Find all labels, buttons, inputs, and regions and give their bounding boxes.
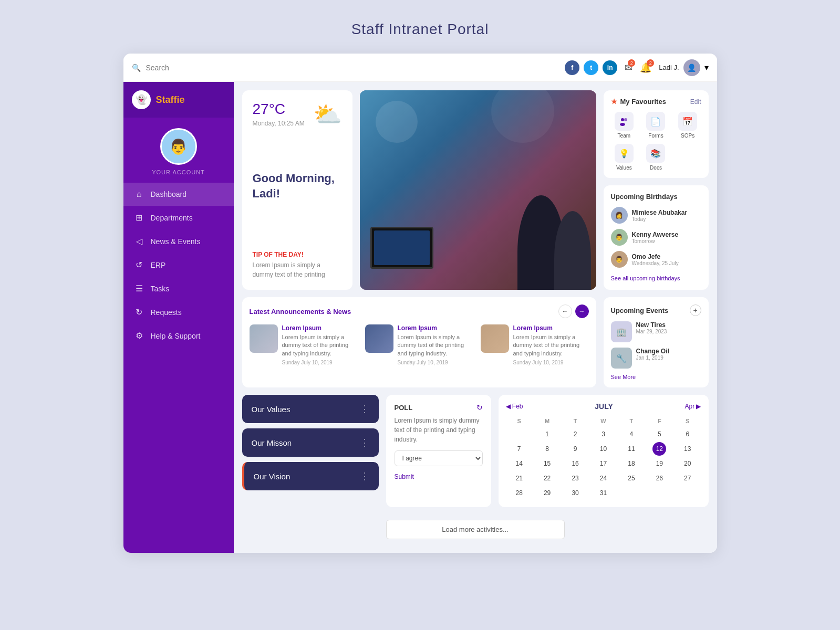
favourites-title: ★ My Favourites [611,98,666,106]
fav-item-docs[interactable]: 📚 Docs [642,144,669,171]
cal-day-12-today[interactable]: 12 [652,442,666,456]
ann-next-button[interactable]: → [575,304,589,318]
cal-header-f: F [646,416,673,426]
cal-day-2[interactable]: 2 [568,427,582,441]
cal-day-1[interactable]: 1 [541,427,554,441]
values-column: Our Values ⋮ Our Misson ⋮ Our Vision ⋮ [242,395,379,507]
svg-point-2 [620,123,625,126]
birthday-avatar-1: 👩 [611,207,628,224]
cal-day-11[interactable]: 11 [625,442,638,456]
upcoming-events-card: Upcoming Events + 🏢 New Tires Mar 29, 20… [604,297,709,387]
cal-day-20[interactable]: 20 [681,457,694,470]
mission-menu-icon[interactable]: ⋮ [360,437,369,448]
cal-day-10[interactable]: 10 [596,442,610,456]
cal-day-30[interactable]: 30 [568,486,582,500]
calendar-header: ◀ Feb JULY Apr ▶ [506,402,701,411]
cal-day-26[interactable]: 26 [652,471,666,485]
fav-label-docs: Docs [650,165,662,171]
twitter-icon[interactable]: t [584,60,598,75]
brand-name: Staffie [156,94,185,106]
svg-point-0 [621,118,624,121]
cal-day-28[interactable]: 28 [512,486,526,500]
user-menu[interactable]: Ladi J. 👤 ▾ [659,59,708,76]
cal-day-17[interactable]: 17 [596,457,610,470]
cal-day-7[interactable]: 7 [512,442,526,456]
sidebar-item-label: Dashboard [151,190,187,198]
cal-day-18[interactable]: 18 [625,457,638,470]
announcements-title: Latest Announcements & News [250,308,351,316]
birthday-item: 👨 Kenny Awverse Tomorrow [611,229,701,246]
load-more-button[interactable]: Load more activities... [386,520,565,539]
fav-item-team[interactable]: Team [611,112,638,139]
cal-day-27[interactable]: 27 [681,471,694,485]
values-menu-icon[interactable]: ⋮ [360,403,369,415]
cal-day-25[interactable]: 25 [625,471,638,485]
cal-day-24[interactable]: 24 [596,471,610,485]
star-icon: ★ [611,98,617,106]
poll-text: Lorem Ipsum is simply dummy text of the … [395,416,483,444]
cal-day-19[interactable]: 19 [652,457,666,470]
see-more-events-link[interactable]: See More [611,374,701,380]
vision-menu-icon[interactable]: ⋮ [360,470,369,482]
cal-day-13[interactable]: 13 [681,442,694,456]
favourites-edit-link[interactable]: Edit [690,98,701,106]
announcements-card: Latest Announcements & News ← → Lorem Ip… [242,297,596,387]
cal-day-4[interactable]: 4 [625,427,638,441]
cal-day-23[interactable]: 23 [568,471,582,485]
hero-scene [360,90,596,290]
linkedin-icon[interactable]: in [603,60,617,75]
sidebar-item-erp[interactable]: ↺ ERP [123,253,234,277]
sidebar-item-help-support[interactable]: ⚙ Help & Support [123,324,234,348]
fav-item-values[interactable]: 💡 Values [611,144,638,171]
calendar-prev-button[interactable]: ◀ Feb [506,403,523,410]
facebook-icon[interactable]: f [565,60,579,75]
weather-icon: ⛅ [313,101,342,128]
notifications-button[interactable]: 🔔 2 [640,62,651,74]
our-values-card[interactable]: Our Values ⋮ [242,395,379,423]
see-all-birthdays-link[interactable]: See all upcoming birthdays [611,275,680,281]
cal-day-8[interactable]: 8 [541,442,554,456]
brand-icon: 👻 [132,90,151,109]
hero-decoration [376,101,418,143]
svg-point-1 [624,118,627,121]
ann-text-3: Lorem Ipsum is simply a dummy text of th… [513,333,589,358]
calendar-next-button[interactable]: Apr ▶ [685,403,701,410]
refresh-icon[interactable]: ↻ [476,403,483,412]
cal-day-31[interactable]: 31 [596,486,610,500]
mail-button[interactable]: ✉ 2 [625,62,632,74]
ann-title-1: Lorem Ipsum [282,324,358,332]
notifications-badge: 2 [647,59,654,67]
cal-day-21[interactable]: 21 [512,471,526,485]
cal-day-empty3 [652,486,666,500]
fav-item-sops[interactable]: 📅 SOPs [675,112,701,139]
cal-day-22[interactable]: 22 [541,471,554,485]
cal-day-16[interactable]: 16 [568,457,582,470]
our-mission-card[interactable]: Our Misson ⋮ [242,428,379,457]
sidebar-item-news-events[interactable]: ◁ News & Events [123,229,234,253]
our-vision-card[interactable]: Our Vision ⋮ [242,462,379,490]
ann-prev-button[interactable]: ← [558,304,572,318]
sidebar-item-tasks[interactable]: ☰ Tasks [123,277,234,300]
search-input[interactable] [146,64,251,72]
cal-day-14[interactable]: 14 [512,457,526,470]
load-more-row: Load more activities... [242,514,709,544]
cal-day-5[interactable]: 5 [652,427,666,441]
cal-day-3[interactable]: 3 [596,427,610,441]
poll-select[interactable]: I agree [395,450,483,466]
sidebar-item-requests[interactable]: ↻ Requests [123,300,234,324]
app-container: 🔍 f t in ✉ 2 🔔 2 Ladi J. 👤 ▾ [123,54,717,553]
sidebar-item-dashboard[interactable]: ⌂ Dashboard [123,183,234,206]
cal-day-29[interactable]: 29 [541,486,554,500]
poll-submit-button[interactable]: Submit [395,473,414,480]
birthdays-title: Upcoming Birthdays [611,193,678,201]
user-profile-section: 👨 YOUR ACCOUNT [123,118,234,183]
cal-day-6[interactable]: 6 [681,427,694,441]
add-event-button[interactable]: + [690,304,701,316]
birthday-item: 👩 Mimiese Abubakar Today [611,207,701,224]
cal-day-15[interactable]: 15 [541,457,554,470]
fav-item-forms[interactable]: 📄 Forms [642,112,669,139]
event-image-2: 🔧 [611,348,632,369]
cal-day-9[interactable]: 9 [568,442,582,456]
sidebar-item-departments[interactable]: ⊞ Departments [123,206,234,229]
docs-icon: 📚 [646,144,665,163]
